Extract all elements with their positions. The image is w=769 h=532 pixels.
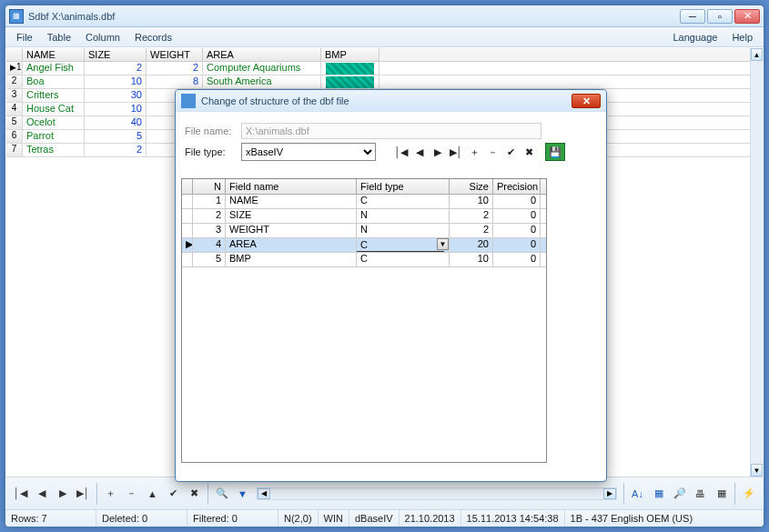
cell-field-name[interactable]: NAME [226,195,357,208]
dgh-field-name[interactable]: Field name [226,179,357,194]
col-name[interactable]: NAME [23,48,85,61]
nav-next-icon[interactable]: ▶ [53,484,72,503]
structure-row[interactable]: ▶4AREAC▼N - NumericC - CharacterD - Date… [182,238,546,253]
menu-records[interactable]: Records [127,29,179,45]
structure-icon[interactable]: ▦ [649,484,668,503]
export-icon[interactable]: ▦ [712,484,731,503]
cell-weight[interactable]: 8 [147,75,203,88]
cell-size[interactable]: 2 [450,209,493,223]
cell-size[interactable]: 20 [450,238,493,252]
cell-size[interactable]: 30 [85,89,147,102]
scroll-left-button[interactable]: ◀ [258,488,270,499]
cancel-icon[interactable]: ✖ [185,484,204,503]
cell-bmp[interactable] [321,62,379,75]
cell-weight[interactable]: 2 [147,62,203,75]
horizontal-scrollbar[interactable]: ◀ ▶ [257,487,617,500]
save-button[interactable]: 💾 [545,143,565,161]
cell-size[interactable]: 10 [450,195,493,208]
minimize-button[interactable]: ─ [680,9,705,24]
cell-field-type[interactable]: C▼N - NumericC - CharacterD - DateL - Lo… [357,238,450,252]
dlg-post-icon[interactable]: ✔ [501,143,520,161]
cell-field-name[interactable]: BMP [226,253,357,266]
cell-size[interactable]: 10 [450,253,493,266]
cell-field-type[interactable]: N [357,224,450,237]
menu-language[interactable]: Language [665,29,724,45]
cell-name[interactable]: Critters [23,89,85,102]
structure-row[interactable]: 1NAMEC100 [182,195,546,209]
dlg-nav-last-icon[interactable]: ▶│ [447,143,465,161]
structure-grid[interactable]: N Field name Field type Size Precision 1… [181,178,547,463]
filter-icon[interactable]: ▼ [233,484,252,503]
cell-name[interactable]: Ocelot [23,116,85,129]
cell-field-type[interactable]: C [357,195,450,208]
cell-name[interactable]: House Cat [23,103,85,115]
dgh-precision[interactable]: Precision [493,179,541,194]
cell-area[interactable]: Computer Aquariums [203,62,321,75]
dlg-cancel-icon[interactable]: ✖ [520,143,538,161]
post-icon[interactable]: ✔ [164,484,183,503]
nav-last-icon[interactable]: ▶│ [74,484,93,503]
edit-icon[interactable]: ▲ [143,484,162,503]
cell-size[interactable]: 2 [85,144,147,156]
dropdown-button[interactable]: ▼ [437,238,449,250]
dgh-field-type[interactable]: Field type [357,179,450,194]
cell-precision[interactable]: 0 [493,209,541,223]
dgh-n[interactable]: N [193,179,226,194]
dlg-remove-icon[interactable]: － [483,143,501,161]
file-type-select[interactable]: xBaseIV [241,143,376,161]
cell-field-name[interactable]: SIZE [226,209,357,223]
dlg-nav-next-icon[interactable]: ▶ [429,143,447,161]
cell-bmp[interactable] [321,75,379,88]
table-row[interactable]: ▶1Angel Fish22Computer Aquariums [6,62,751,75]
cell-name[interactable]: Parrot [23,130,85,143]
menu-column[interactable]: Column [78,29,127,45]
cell-precision[interactable]: 0 [493,224,541,237]
nav-prev-icon[interactable]: ◀ [32,484,51,503]
cell-size[interactable]: 10 [85,75,147,88]
cell-size[interactable]: 5 [85,130,147,143]
cell-field-type[interactable]: C [357,253,450,266]
col-size[interactable]: SIZE [85,48,147,61]
sort-icon[interactable]: A↓ [628,484,647,503]
cell-name[interactable]: Boa [23,75,85,88]
dlg-add-icon[interactable]: ＋ [465,143,483,161]
cell-size[interactable]: 40 [85,116,147,129]
table-row[interactable]: 2Boa108South America [6,75,751,89]
remove-icon[interactable]: － [122,484,141,503]
maximize-button[interactable]: ▫ [707,9,733,24]
cell-area[interactable]: South America [203,75,321,88]
preview-icon[interactable]: 🔎 [670,484,689,503]
menu-help[interactable]: Help [724,29,760,45]
structure-row[interactable]: 2SIZEN20 [182,209,546,224]
col-weight[interactable]: WEIGHT [147,48,203,61]
menu-table[interactable]: Table [40,29,78,45]
cell-size[interactable]: 2 [450,224,493,237]
lightning-icon[interactable]: ⚡ [739,484,758,503]
cell-precision[interactable]: 0 [493,238,541,252]
col-area[interactable]: AREA [203,48,321,61]
cell-size[interactable]: 2 [85,62,147,75]
cell-field-type[interactable]: N [357,209,450,223]
cell-name[interactable]: Angel Fish [23,62,85,75]
dialog-close-button[interactable]: ✕ [572,94,601,108]
dlg-nav-first-icon[interactable]: │◀ [392,143,410,161]
cell-name[interactable]: Tetras [23,144,85,156]
vertical-scrollbar[interactable]: ▲ ▼ [750,48,763,477]
dgh-size[interactable]: Size [450,179,493,194]
cell-precision[interactable]: 0 [493,253,541,266]
structure-row[interactable]: 5BMPC100 [182,253,546,267]
cell-size[interactable]: 10 [85,103,147,115]
print-icon[interactable]: 🖶 [691,484,710,503]
dlg-nav-prev-icon[interactable]: ◀ [410,143,429,161]
close-button[interactable]: ✕ [734,9,760,24]
cell-field-name[interactable]: WEIGHT [226,224,357,237]
type-dropdown[interactable]: N - NumericC - CharacterD - DateL - Logi… [357,251,444,252]
menu-file[interactable]: File [9,29,40,45]
find-icon[interactable]: 🔍 [212,484,231,503]
add-icon[interactable]: ＋ [101,484,120,503]
scroll-right-button[interactable]: ▶ [603,488,616,499]
cell-field-name[interactable]: AREA [226,238,357,252]
scroll-down-button[interactable]: ▼ [751,464,763,477]
nav-first-icon[interactable]: │◀ [11,484,30,503]
scroll-up-button[interactable]: ▲ [751,48,763,61]
